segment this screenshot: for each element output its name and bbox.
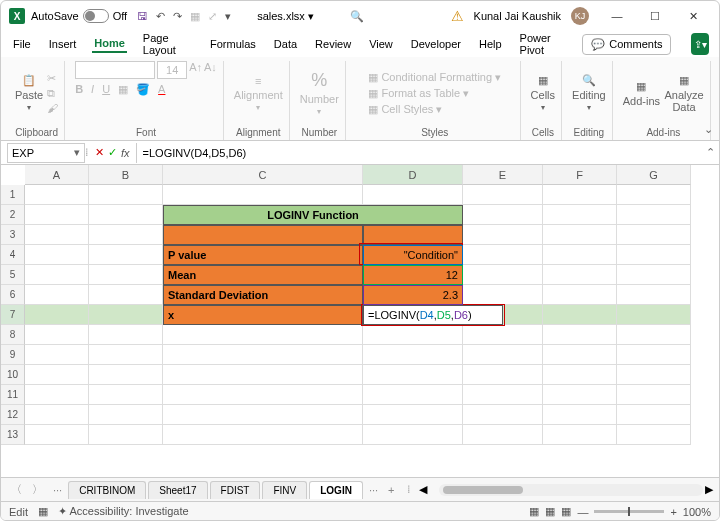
sheet-tab[interactable]: CRITBINOM [68,481,146,499]
tab-power-pivot[interactable]: Power Pivot [518,30,569,58]
tab-review[interactable]: Review [313,36,353,52]
format-painter-icon[interactable]: 🖌 [47,102,58,114]
cell-label[interactable]: Mean [163,265,363,285]
row-header[interactable]: 10 [1,365,25,385]
row-header[interactable]: 7 [1,305,25,325]
tab-home[interactable]: Home [92,35,127,53]
normal-view-icon[interactable]: ▦ [529,505,539,518]
toggle-icon[interactable] [83,9,109,23]
cell-styles-button[interactable]: ▦ Cell Styles ▾ [368,103,442,116]
warning-icon[interactable]: ⚠ [451,8,464,24]
page-layout-view-icon[interactable]: ▦ [545,505,555,518]
search-icon[interactable]: 🔍 [350,10,364,23]
qat-icon[interactable]: ▦ [190,10,200,23]
row-header[interactable]: 3 [1,225,25,245]
font-color-icon[interactable]: A [158,83,165,96]
underline-button[interactable]: U [102,83,110,96]
row-header[interactable]: 4 [1,245,25,265]
more-sheets-icon[interactable]: ··· [49,484,66,496]
border-icon[interactable]: ▦ [118,83,128,96]
editing-button[interactable]: 🔍Editing▾ [572,74,606,112]
col-header[interactable]: E [463,165,543,185]
filename[interactable]: sales.xlsx ▾ [257,10,314,23]
enter-formula-icon[interactable]: ✓ [108,146,117,159]
alignment-button[interactable]: ≡Alignment▾ [234,75,283,112]
tab-file[interactable]: File [11,36,33,52]
copy-icon[interactable]: ⧉ [47,87,58,100]
formula-bar[interactable]: =LOGINV(D4,D5,D6) [136,143,701,163]
cell-title[interactable]: LOGINV Function [163,205,463,225]
cells-button[interactable]: ▦Cells▾ [531,74,555,112]
cell[interactable] [163,225,363,245]
tab-view[interactable]: View [367,36,395,52]
font-size-input[interactable] [157,61,187,79]
sheet-tab[interactable]: Sheet17 [148,481,207,499]
qat-dropdown-icon[interactable]: ▾ [225,10,231,23]
accessibility-button[interactable]: ✦ Accessibility: Investigate [58,505,189,518]
maximize-button[interactable]: ☐ [637,2,673,30]
zoom-level[interactable]: 100% [683,506,711,518]
conditional-formatting-button[interactable]: ▦ Conditional Formatting ▾ [368,71,501,84]
row-header[interactable]: 2 [1,205,25,225]
collapse-ribbon-icon[interactable]: ⌄ [704,123,713,136]
autosave-toggle[interactable]: AutoSave Off [31,9,127,23]
col-header[interactable]: B [89,165,163,185]
zoom-slider[interactable] [594,510,664,513]
col-header[interactable]: C [163,165,363,185]
row-header[interactable]: 13 [1,425,25,445]
undo-icon[interactable]: ↶ [156,10,165,23]
scroll-right-icon[interactable]: ▶ [705,483,713,496]
increase-font-icon[interactable]: A↑ [189,61,202,79]
fx-icon[interactable]: fx [121,147,130,159]
font-name-input[interactable] [75,61,155,79]
share-button[interactable]: ⇪▾ [691,33,709,55]
chevron-down-icon[interactable]: ▾ [74,146,80,159]
horizontal-scrollbar[interactable] [439,484,704,496]
tab-developer[interactable]: Developer [409,36,463,52]
paste-button[interactable]: 📋 Paste▾ [15,74,43,112]
cell-label[interactable]: x [163,305,363,325]
stats-icon[interactable]: ▦ [38,505,48,518]
tab-page-layout[interactable]: Page Layout [141,30,194,58]
zoom-in-icon[interactable]: + [670,506,676,518]
row-header[interactable]: 8 [1,325,25,345]
scroll-left-icon[interactable]: ◀ [419,483,427,496]
page-break-view-icon[interactable]: ▦ [561,505,571,518]
decrease-font-icon[interactable]: A↓ [204,61,217,79]
row-header[interactable]: 11 [1,385,25,405]
close-button[interactable]: ✕ [675,2,711,30]
sheet-tab[interactable]: FDIST [210,481,261,499]
worksheet[interactable]: A B C D E F G 1 2LOGINV Function 3 4P va… [1,165,719,477]
prev-sheet-icon[interactable]: 〈 [7,482,26,497]
number-button[interactable]: %Number▾ [300,70,339,116]
col-header[interactable]: G [617,165,691,185]
col-header[interactable]: A [25,165,89,185]
row-header[interactable]: 1 [1,185,25,205]
tab-help[interactable]: Help [477,36,504,52]
avatar[interactable]: KJ [571,7,589,25]
name-box[interactable]: EXP ▾ [7,143,85,163]
cut-icon[interactable]: ✂ [47,72,58,85]
bold-button[interactable]: B [75,83,83,96]
sheet-tab[interactable]: FINV [262,481,307,499]
sheet-tab-active[interactable]: LOGIN [309,481,363,499]
addins-button[interactable]: ▦Add-ins [623,80,660,107]
col-header[interactable]: D [363,165,463,185]
save-icon[interactable]: 🖫 [137,10,148,23]
cell-value[interactable]: 12 [363,265,463,285]
cell[interactable] [363,225,463,245]
zoom-out-icon[interactable]: — [577,506,588,518]
new-sheet-icon[interactable]: + [384,484,398,496]
expand-formula-bar-icon[interactable]: ⌃ [701,146,719,159]
row-header[interactable]: 9 [1,345,25,365]
redo-icon[interactable]: ↷ [173,10,182,23]
minimize-button[interactable]: — [599,2,635,30]
tab-insert[interactable]: Insert [47,36,79,52]
comments-button[interactable]: 💬 Comments [582,34,671,55]
cell-value[interactable]: "Condition" [363,245,463,265]
tab-data[interactable]: Data [272,36,299,52]
tab-formulas[interactable]: Formulas [208,36,258,52]
active-cell[interactable]: =LOGINV(D4,D5,D6) [363,305,503,325]
italic-button[interactable]: I [91,83,94,96]
cell-label[interactable]: Standard Deviation [163,285,363,305]
